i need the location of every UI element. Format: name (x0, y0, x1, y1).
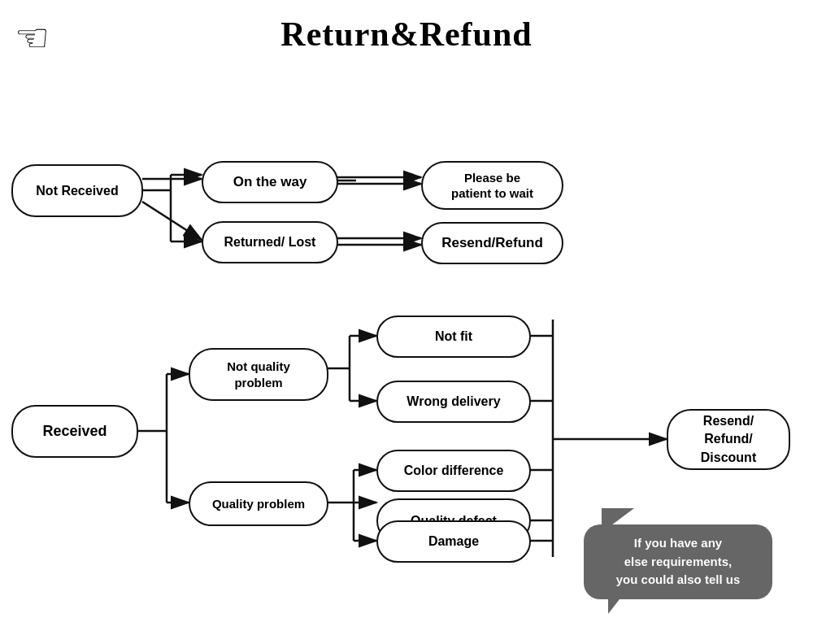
received-node: Received (11, 405, 138, 458)
returned-lost-node: Returned/ Lost (202, 221, 338, 263)
page-container: ☞ Return&Refund (0, 0, 813, 644)
quality-problem-node: Quality problem (189, 481, 328, 526)
on-the-way-node: On the way (202, 161, 338, 203)
not-received-node: Not Received (11, 164, 143, 217)
svg-marker-38 (602, 508, 634, 533)
color-difference-node: Color difference (376, 450, 531, 492)
resend-refund-discount-node: Resend/ Refund/ Discount (667, 409, 790, 470)
speech-bubble: If you have any else requirements, you c… (584, 524, 772, 599)
wrong-delivery-node: Wrong delivery (376, 381, 531, 423)
svg-line-3 (142, 202, 202, 240)
resend-refund-top-node: Resend/Refund (421, 222, 563, 264)
hand-icon: ☞ (15, 15, 50, 60)
damage-node: Damage (376, 520, 531, 563)
bubble-pointer (602, 508, 642, 533)
page-title: Return&Refund (0, 0, 813, 54)
please-wait-node: Please be patient to wait (421, 161, 563, 210)
not-quality-problem-node: Not quality problem (189, 348, 328, 401)
not-fit-node: Not fit (376, 315, 531, 358)
